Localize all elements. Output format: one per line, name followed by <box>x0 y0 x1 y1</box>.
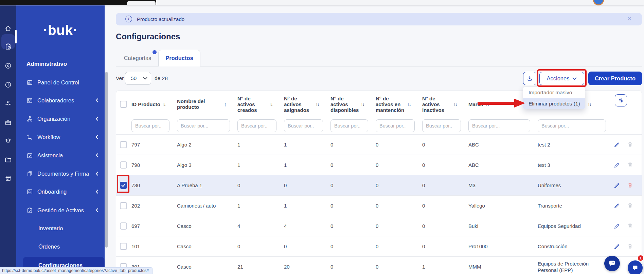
trash-icon[interactable] <box>627 223 633 230</box>
table-filter-row <box>116 117 642 134</box>
sidebar-item-colaboradores[interactable]: Colaboradores <box>16 96 105 105</box>
tab-productos[interactable]: Productos <box>158 50 200 66</box>
sort-icon[interactable]: ↑↓ <box>453 102 457 107</box>
menu-item-importador-masivo[interactable]: Importador masivo <box>523 87 585 98</box>
download-icon <box>526 75 533 82</box>
browser-topbar <box>0 0 644 5</box>
sidebar-item-gestion-de-activos[interactable]: Gestión de Activos <box>16 206 105 215</box>
sort-icon[interactable]: ↑↓ <box>588 102 591 107</box>
sidebar-item-organizacion[interactable]: Organización <box>16 114 105 123</box>
filter-input-mantencion[interactable] <box>376 119 415 132</box>
menu-item-eliminar-productos[interactable]: Eliminar productos (1) <box>523 98 585 109</box>
row-checkbox-checked[interactable] <box>120 182 127 189</box>
acciones-button[interactable]: Acciones <box>539 72 584 85</box>
cell-inactivos: 0 <box>419 175 465 195</box>
page-size-select[interactable]: 50 <box>125 72 151 85</box>
edit-pencil-icon[interactable] <box>613 141 620 148</box>
filter-input-disponibles[interactable] <box>330 119 368 132</box>
filter-input-inactivos[interactable] <box>422 119 461 132</box>
filter-input-creados[interactable] <box>237 119 276 132</box>
row-checkbox[interactable] <box>120 141 127 148</box>
edit-pencil-icon[interactable] <box>613 202 620 209</box>
table-row: 797 Algo 2 1 1 0 0 0 ABC test 2 <box>116 134 642 155</box>
column-settings-button[interactable] <box>615 94 627 106</box>
trash-icon-active[interactable] <box>627 182 633 189</box>
filter-input-asignados[interactable] <box>284 119 323 132</box>
id-badge-icon <box>26 97 33 104</box>
chat-secondary-button[interactable] <box>628 260 643 274</box>
storefront-icon[interactable] <box>4 175 12 182</box>
cell-asignados: 0 <box>281 236 327 256</box>
close-icon[interactable]: ✕ <box>627 16 632 22</box>
row-checkbox[interactable] <box>120 161 127 169</box>
chat-widget-button[interactable] <box>604 256 620 271</box>
sidebar-item-panel-de-control[interactable]: Panel de Control <box>16 78 105 87</box>
graduation-cap-icon[interactable] <box>4 137 12 144</box>
cell-marca: M3 <box>465 175 534 195</box>
row-checkbox[interactable] <box>120 243 127 250</box>
sort-icon[interactable]: ↑↓ <box>407 102 411 107</box>
buk-logo: ·buk· <box>16 23 105 38</box>
column-header-inactivos[interactable]: N° de activos inactivos↑↓ <box>419 91 465 117</box>
trash-icon[interactable] <box>627 162 633 169</box>
trash-icon[interactable] <box>627 243 633 250</box>
sort-icon[interactable]: ↑↓ <box>269 102 272 107</box>
sidebar-item-workflow[interactable]: Workflow <box>16 133 105 141</box>
page-title: Configuraciones <box>116 32 180 41</box>
sort-icon[interactable]: ↑↓ <box>485 102 489 107</box>
hand-heart-icon[interactable] <box>4 100 12 107</box>
clipboard-clock-icon[interactable] <box>4 43 12 51</box>
download-button[interactable] <box>523 72 536 85</box>
trash-icon[interactable] <box>627 202 633 209</box>
cell-disponibles: 0 <box>327 135 372 155</box>
cell-id: 202 <box>128 196 174 216</box>
column-header-id[interactable]: ID Producto↑↓ <box>128 91 174 117</box>
filter-input-id[interactable] <box>131 119 169 132</box>
sort-asc-icon[interactable]: ↑ <box>224 101 227 107</box>
row-checkbox[interactable] <box>120 202 127 209</box>
coin-icon[interactable] <box>4 62 12 70</box>
column-header-nombre[interactable]: Nombre del producto↑ <box>174 91 234 117</box>
sort-icon[interactable]: ↑↓ <box>361 102 364 107</box>
chevron-left-icon <box>95 116 99 121</box>
filter-input-marca[interactable] <box>468 119 530 132</box>
cell-nombre: Casco <box>174 236 234 256</box>
cell-inactivos: 0 <box>419 196 465 216</box>
products-table: ID Producto↑↓ Nombre del producto↑ N° de… <box>116 91 642 274</box>
home-icon[interactable] <box>4 25 12 32</box>
column-header-disponibles[interactable]: N° de activos disponibles↑↓ <box>327 91 372 117</box>
column-header-mantencion[interactable]: N° de activos en mantención↑↓ <box>372 91 419 117</box>
row-checkbox[interactable] <box>120 222 127 230</box>
edit-pencil-icon[interactable] <box>613 223 620 230</box>
ver-label: Ver <box>116 75 124 81</box>
filter-input-categoria[interactable] <box>538 119 606 132</box>
cell-marca: Buki <box>465 216 534 236</box>
icon-rail <box>0 5 16 274</box>
edit-pencil-icon[interactable] <box>613 162 620 169</box>
cell-disponibles: 0 <box>327 236 372 256</box>
edit-pencil-icon[interactable] <box>613 243 620 250</box>
trash-icon[interactable] <box>627 141 633 148</box>
column-header-creados[interactable]: N° de activos creados↑↓ <box>234 91 281 117</box>
chevron-left-icon <box>95 98 99 103</box>
select-all-checkbox[interactable] <box>120 101 127 108</box>
sidebar-subitem-ordenes[interactable]: Órdenes <box>38 242 60 251</box>
edit-pencil-icon[interactable] <box>613 182 620 189</box>
filter-input-nombre[interactable] <box>177 119 230 132</box>
sidebar-item-documentos-y-firma[interactable]: Docum​entos y Firma <box>16 169 105 178</box>
cell-nombre: Algo 3 <box>174 155 234 175</box>
sort-icon[interactable]: ↑↓ <box>316 102 319 107</box>
tab-categorias[interactable]: Categorías <box>118 50 157 66</box>
sidebar-item-asistencia[interactable]: Asistencia <box>16 151 105 160</box>
sidebar-scrollbar-thumb[interactable] <box>105 72 108 248</box>
sidebar-item-onboarding[interactable]: Onboarding <box>16 187 105 196</box>
dashboard-icon <box>26 79 33 86</box>
clock-icon[interactable] <box>4 81 12 89</box>
sort-icon[interactable]: ↑↓ <box>162 102 165 107</box>
crear-producto-button[interactable]: Crear Producto <box>588 72 642 85</box>
folder-icon[interactable] <box>4 156 12 163</box>
column-header-asignados[interactable]: N° de activos asignados↑↓ <box>281 91 327 117</box>
briefcase-icon[interactable] <box>4 119 12 126</box>
browser-tab[interactable] <box>127 1 156 5</box>
sidebar-subitem-inventario[interactable]: Inventario <box>38 224 63 233</box>
